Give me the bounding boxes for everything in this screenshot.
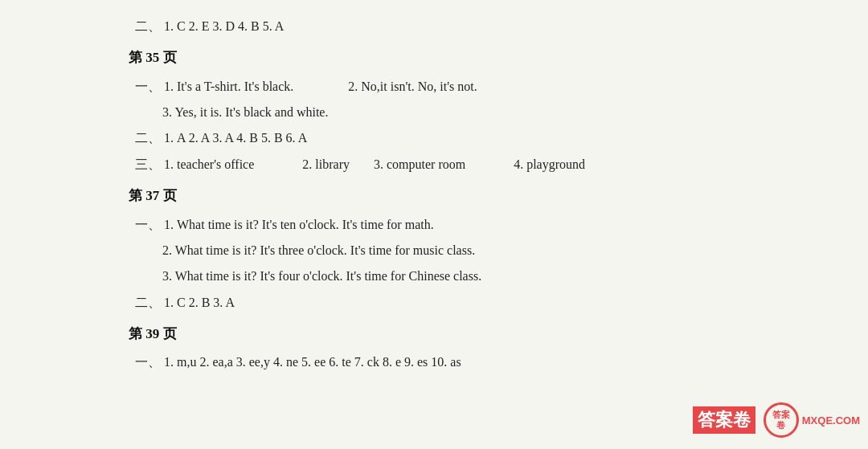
page-35-label: 第 35 页 bbox=[129, 45, 739, 71]
section-35-1-line2: 3. Yes, it is. It's black and white. bbox=[162, 100, 739, 124]
section-37-2: 二、 1. C 2. B 3. A bbox=[135, 291, 739, 315]
section-37-2-answers: 1. C 2. B 3. A bbox=[164, 296, 235, 309]
section-37-1: 一、 1. What time is it? It's ten o'clock.… bbox=[135, 213, 739, 237]
section-35-1: 一、 1. It's a T-shirt. It's black. 2. No,… bbox=[135, 75, 739, 99]
section-35-1-line1b: 2. No,it isn't. No, it's not. bbox=[348, 80, 477, 93]
section-35-1-label: 一、 bbox=[135, 80, 161, 93]
section-37-1-line1: 1. What time is it? It's ten o'clock. It… bbox=[164, 218, 434, 231]
section-37-1-line2: 2. What time is it? It's three o'clock. … bbox=[162, 239, 739, 263]
page-37-label: 第 37 页 bbox=[129, 183, 739, 209]
section-37-1-line3: 3. What time is it? It's four o'clock. I… bbox=[162, 264, 739, 288]
section-39-1-label: 一、 bbox=[135, 355, 161, 369]
main-content: 二、 1. C 2. E 3. D 4. B 5. A 第 35 页 一、 1.… bbox=[0, 0, 868, 391]
watermark-mxqe: MXQE.COM bbox=[802, 414, 860, 427]
section-37-1-label: 一、 bbox=[135, 218, 161, 231]
watermark-chinese: 答案卷 bbox=[693, 406, 755, 434]
section-35-2-label: 二、 bbox=[135, 131, 161, 145]
watermark: 答案卷 答案卷 MXQE.COM bbox=[693, 402, 860, 438]
section-39-1: 一、 1. m,u 2. ea,a 3. ee,y 4. ne 5. ee 6.… bbox=[135, 350, 739, 374]
section-top-2: 二、 1. C 2. E 3. D 4. B 5. A bbox=[135, 14, 739, 39]
section-35-3-label: 三、 bbox=[135, 157, 161, 171]
section-35-3-answers: 1. teacher's office2. library3. computer… bbox=[164, 157, 585, 171]
watermark-circle: 答案卷 bbox=[764, 402, 799, 438]
section-35-2: 二、 1. A 2. A 3. A 4. B 5. B 6. A bbox=[135, 126, 739, 150]
watermark-circle-text: 答案卷 bbox=[772, 410, 790, 431]
section-39-1-answers: 1. m,u 2. ea,a 3. ee,y 4. ne 5. ee 6. te… bbox=[164, 355, 461, 369]
section-35-2-answers: 1. A 2. A 3. A 4. B 5. B 6. A bbox=[164, 131, 307, 145]
section-37-2-label: 二、 bbox=[135, 296, 161, 309]
page-39-label: 第 39 页 bbox=[129, 321, 739, 347]
section-top-2-answers: 1. C 2. E 3. D 4. B 5. A bbox=[164, 19, 284, 33]
section-35-1-line1: 1. It's a T-shirt. It's black. bbox=[164, 80, 293, 93]
section-35-3: 三、 1. teacher's office2. library3. compu… bbox=[135, 153, 739, 177]
section-top-2-label: 二、 bbox=[135, 19, 161, 33]
